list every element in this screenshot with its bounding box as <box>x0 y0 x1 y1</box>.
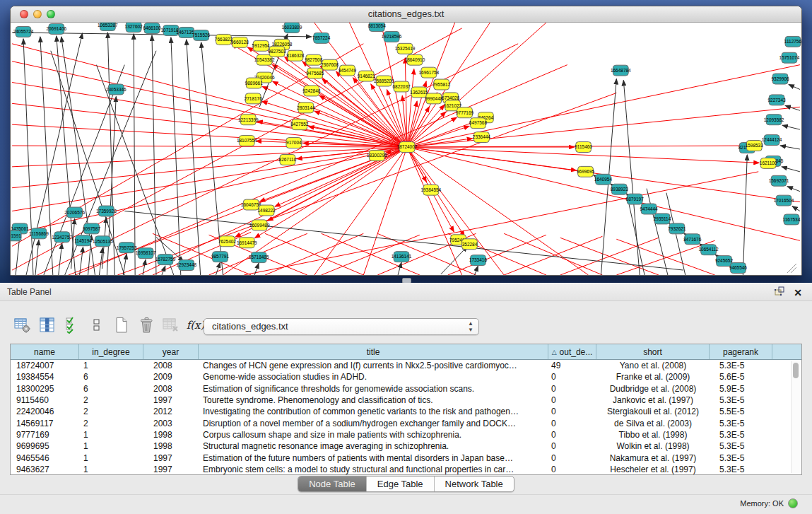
graph-node-15751074[interactable]: 15751074 <box>779 52 800 63</box>
table-row[interactable]: 946362711997Embryonic stem cells: a mode… <box>11 464 801 475</box>
graph-node-9827503[interactable]: 9827503 <box>268 46 286 57</box>
graph-node-1598533[interactable]: 1598533 <box>746 141 764 151</box>
graph-node-9827508[interactable]: 9827508 <box>305 54 323 65</box>
graph-node-18640910[interactable]: 18640910 <box>405 54 425 65</box>
graph-node-20691406[interactable]: 20691406 <box>46 23 66 34</box>
table-selector-dropdown[interactable]: citations_edges.txt ▲▼ <box>204 318 479 335</box>
graph-node-16958107[interactable]: 16958107 <box>136 248 156 259</box>
table-row[interactable]: 946554611997Estimation of the future num… <box>11 452 801 463</box>
table-row[interactable]: 1938455462009Genome-wide association stu… <box>11 371 801 382</box>
graph-node-917004[interactable]: 917004 <box>286 138 302 148</box>
graph-node-9857791[interactable]: 9857791 <box>211 252 230 262</box>
graph-node-16648784[interactable]: 16648784 <box>611 65 631 76</box>
graph-node-17016504[interactable]: 17016504 <box>774 195 794 206</box>
graph-node-12342757[interactable]: 12342757 <box>52 232 72 243</box>
graph-node-9465546[interactable]: 9465546 <box>729 263 748 274</box>
graph-node-9990448[interactable]: 9990448 <box>425 93 443 104</box>
graph-node-391591[interactable]: 391591 <box>11 230 21 241</box>
graph-node-9146821[interactable]: 9146821 <box>358 71 376 81</box>
column-header-short[interactable]: short <box>596 344 710 359</box>
graph-node-7515526[interactable]: 7515526 <box>192 30 211 40</box>
graph-node-8471676[interactable]: 8471676 <box>683 234 702 245</box>
graph-node-9474444[interactable]: 9474444 <box>640 204 659 214</box>
create-table-button[interactable] <box>112 315 131 335</box>
graph-node-1640954[interactable]: 1640954 <box>594 174 613 185</box>
graph-node-1733416[interactable]: 1733416 <box>469 255 488 266</box>
zoom-button[interactable] <box>47 10 55 18</box>
graph-node-7663822[interactable]: 7663822 <box>215 34 233 45</box>
graph-node-1498222[interactable]: 1498222 <box>258 205 276 216</box>
graph-node-9242848[interactable]: 9242848 <box>302 86 321 96</box>
graph-node-19384554[interactable]: 19384554 <box>420 185 441 195</box>
graph-node-7625402[interactable]: 7625402 <box>218 236 237 247</box>
graph-node-2718176[interactable]: 2718176 <box>245 93 263 104</box>
graph-node-20206576[interactable]: 20206576 <box>64 207 85 218</box>
graph-node-16914479[interactable]: 16914479 <box>237 238 257 248</box>
graph-node-10653287[interactable]: 10653287 <box>98 23 118 30</box>
graph-node-1167534[interactable]: 1167534 <box>783 214 801 225</box>
graph-node-8427552[interactable]: 8427552 <box>290 119 309 130</box>
tab-node-table[interactable]: Node Table <box>298 477 366 491</box>
graph-node-8267110[interactable]: 8267110 <box>279 154 297 165</box>
graph-node-15325419[interactable]: 15325419 <box>395 43 416 54</box>
graph-node-8938923[interactable]: 8938923 <box>611 184 629 194</box>
graph-node-10654112[interactable]: 10654112 <box>698 245 719 255</box>
graph-node-9777169[interactable]: 9777169 <box>456 107 474 118</box>
graph-node-7955812[interactable]: 7955812 <box>433 79 451 90</box>
graph-node-12444124[interactable]: 12444124 <box>762 135 782 146</box>
graph-node-1112756[interactable]: 1112756 <box>784 36 801 47</box>
table-scrollbar[interactable] <box>791 361 800 473</box>
column-header-title[interactable]: title <box>199 344 548 359</box>
graph-node-9115460[interactable]: 9115460 <box>575 142 592 153</box>
graph-node-9227343[interactable]: 9227343 <box>767 95 786 105</box>
tab-network-table[interactable]: Network Table <box>434 477 514 491</box>
show-column-button[interactable] <box>37 315 57 335</box>
table-row[interactable]: 911546021997Tourette syndrome. Phenomeno… <box>11 395 801 406</box>
graph-node-18300295[interactable]: 18300295 <box>367 150 387 160</box>
graph-node-1145194[interactable]: 1145194 <box>74 235 92 246</box>
graph-node-12505135[interactable]: 12505135 <box>93 236 113 247</box>
graph-node-17359928[interactable]: 17359928 <box>96 206 117 216</box>
graph-node-19218596[interactable]: 19218596 <box>382 31 402 42</box>
minimize-button[interactable] <box>33 10 42 18</box>
graph-node-9660128[interactable]: 9660128 <box>231 37 249 47</box>
toggle-rows-button[interactable] <box>87 315 106 335</box>
window-titlebar[interactable]: citations_edges.txt <box>11 6 801 23</box>
graph-node-16099489[interactable]: 16099489 <box>249 220 270 230</box>
close-button[interactable] <box>20 10 28 18</box>
graph-node-14136141[interactable]: 14136141 <box>392 252 412 262</box>
table-row[interactable]: 1456911722003Disruption of a novel membe… <box>11 417 801 428</box>
graph-node-18724007[interactable]: 18724007 <box>397 142 418 153</box>
column-header-name[interactable]: name <box>11 344 79 359</box>
graph-node-5912954[interactable]: 5912954 <box>252 40 271 51</box>
graph-node-11156869[interactable]: 11156869 <box>29 228 49 239</box>
select-attributes-button[interactable] <box>62 315 81 335</box>
graph-node-24055724[interactable]: 24055724 <box>13 26 34 37</box>
graph-node-2367608[interactable]: 2367608 <box>321 59 339 70</box>
column-header-out_de[interactable]: △out_de... <box>548 344 596 359</box>
graph-node-8813054[interactable]: 8813054 <box>368 23 387 31</box>
scrollbar-thumb[interactable] <box>793 363 799 378</box>
column-header-pagerank[interactable]: pagerank <box>710 344 772 359</box>
graph-node-8186328[interactable]: 8186328 <box>286 50 305 61</box>
table-row[interactable]: 969969511998Structural magnetic resonanc… <box>11 440 801 452</box>
graph-node-16961758[interactable]: 16961758 <box>418 67 439 78</box>
graph-node-17957253[interactable]: 17957253 <box>117 243 137 253</box>
graph-node-352284[interactable]: 352284 <box>462 239 478 250</box>
graph-node-6822037[interactable]: 6822037 <box>392 81 411 92</box>
graph-node-2803144[interactable]: 2803144 <box>297 103 315 113</box>
graph-node-12093582[interactable]: 12093582 <box>764 115 784 125</box>
graph-node-15885209[interactable]: 15885209 <box>374 76 394 86</box>
network-canvas[interactable]: 2405572420691406106532871327602646610010… <box>11 23 801 275</box>
graph-node-9699695[interactable]: 9699695 <box>577 166 595 177</box>
graph-node-1621100[interactable]: 1621100 <box>760 158 777 168</box>
graph-node-8454749[interactable]: 8454749 <box>339 65 357 76</box>
graph-node-2336444[interactable]: 2336444 <box>473 132 491 143</box>
tab-edge-table[interactable]: Edge Table <box>366 477 434 491</box>
table-row[interactable]: 2242004622012Investigating the contribut… <box>11 406 801 417</box>
graph-node-1327602[interactable]: 1327602 <box>125 23 143 32</box>
column-header-year[interactable]: year <box>143 344 199 359</box>
close-panel-button[interactable]: ✕ <box>794 287 802 298</box>
graph-node-12923448[interactable]: 12923448 <box>176 260 196 271</box>
graph-node-6466100[interactable]: 6466100 <box>143 23 161 33</box>
